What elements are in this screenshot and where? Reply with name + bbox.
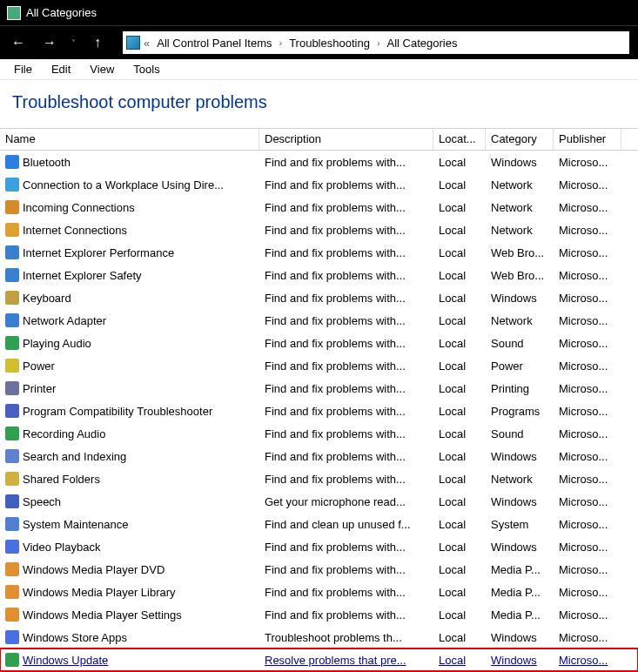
breadcrumb-seg-2[interactable]: All Categories (384, 36, 461, 50)
row-name[interactable]: Bluetooth (23, 156, 71, 169)
breadcrumb-sep-icon: › (375, 37, 382, 48)
row-name[interactable]: Windows Media Player Settings (23, 608, 182, 622)
table-row[interactable]: Internet Explorer SafetyFind and fix pro… (0, 264, 638, 286)
troubleshooter-icon (5, 404, 19, 418)
row-location: Local (433, 652, 486, 669)
row-category: Windows (486, 629, 554, 646)
table-row[interactable]: PrinterFind and fix problems with...Loca… (0, 377, 638, 400)
table-row[interactable]: Connection to a Workplace Using Dire...F… (0, 173, 638, 196)
table-row[interactable]: Windows UpdateResolve problems that pre.… (0, 648, 638, 671)
row-name[interactable]: Speech (23, 495, 61, 508)
column-header-name[interactable]: Name (0, 129, 259, 150)
row-location: Local (433, 358, 486, 374)
address-bar[interactable]: « All Control Panel Items › Troubleshoot… (123, 31, 629, 54)
row-name[interactable]: System Maintenance (23, 518, 128, 531)
row-location: Local (433, 516, 486, 533)
row-description: Find and fix problems with... (259, 539, 433, 555)
table-row[interactable]: BluetoothFind and fix problems with...Lo… (0, 151, 638, 173)
back-button[interactable]: ← (9, 33, 28, 52)
forward-button[interactable]: → (40, 33, 59, 52)
menu-bar: File Edit View Tools (0, 59, 638, 80)
table-row[interactable]: PowerFind and fix problems with...LocalP… (0, 354, 638, 377)
row-name[interactable]: Incoming Connections (23, 201, 135, 214)
row-name[interactable]: Program Compatibility Troubleshooter (23, 405, 212, 418)
row-location: Local (433, 471, 486, 487)
table-row[interactable]: Shared FoldersFind and fix problems with… (0, 467, 638, 490)
table-row[interactable]: Network AdapterFind and fix problems wit… (0, 309, 638, 332)
row-category: Media P... (486, 584, 554, 601)
row-name[interactable]: Recording Audio (23, 427, 105, 440)
row-location: Local (433, 245, 486, 261)
troubleshooter-icon (5, 427, 19, 440)
row-category: Windows (486, 494, 554, 510)
row-description: Find and fix problems with... (259, 177, 433, 193)
column-header-publisher[interactable]: Publisher (554, 129, 621, 150)
table-row[interactable]: Playing AudioFind and fix problems with.… (0, 332, 638, 354)
table-row[interactable]: Incoming ConnectionsFind and fix problem… (0, 196, 638, 218)
table-row[interactable]: Windows Media Player LibraryFind and fix… (0, 581, 638, 603)
row-category: Network (486, 312, 554, 329)
title-bar: All Categories (0, 0, 638, 26)
table-row[interactable]: Windows Media Player DVDFind and fix pro… (0, 558, 638, 581)
row-name[interactable]: Connection to a Workplace Using Dire... (23, 178, 224, 192)
row-category: Windows (486, 539, 554, 555)
row-name[interactable]: Windows Media Player Library (23, 586, 176, 599)
row-location: Local (433, 222, 486, 239)
row-name[interactable]: Network Adapter (23, 314, 106, 327)
breadcrumb-seg-0[interactable]: All Control Panel Items (153, 36, 275, 50)
column-header-description[interactable]: Description (259, 129, 433, 150)
row-category: Windows (486, 290, 554, 306)
row-publisher: Microso... (554, 652, 621, 669)
breadcrumb-sep-icon: › (277, 37, 284, 48)
troubleshooter-icon (5, 245, 19, 259)
row-publisher: Microso... (554, 358, 621, 374)
row-name[interactable]: Shared Folders (23, 473, 100, 486)
menu-view[interactable]: View (83, 61, 121, 77)
row-location: Local (433, 584, 486, 601)
table-row[interactable]: Video PlaybackFind and fix problems with… (0, 535, 638, 558)
up-button[interactable]: ↑ (88, 33, 107, 52)
row-name[interactable]: Search and Indexing (23, 450, 126, 463)
breadcrumb-seg-1[interactable]: Troubleshooting (285, 36, 373, 50)
menu-tools[interactable]: Tools (126, 61, 166, 77)
table-row[interactable]: System MaintenanceFind and clean up unus… (0, 513, 638, 535)
row-category: Windows (486, 652, 554, 669)
row-name[interactable]: Windows Media Player DVD (23, 563, 165, 576)
table-row[interactable]: Program Compatibility TroubleshooterFind… (0, 400, 638, 422)
row-name[interactable]: Keyboard (23, 292, 71, 305)
table-row[interactable]: Search and IndexingFind and fix problems… (0, 445, 638, 467)
row-name[interactable]: Playing Audio (23, 337, 91, 350)
troubleshooter-icon (5, 291, 19, 305)
row-name[interactable]: Windows Store Apps (23, 631, 127, 644)
menu-edit[interactable]: Edit (44, 61, 77, 77)
menu-file[interactable]: File (7, 61, 39, 77)
table-row[interactable]: Internet Explorer PerformanceFind and fi… (0, 241, 638, 264)
row-description: Troubleshoot problems th... (259, 629, 433, 646)
troubleshooter-icon (5, 585, 19, 599)
table-row[interactable]: Internet ConnectionsFind and fix problem… (0, 218, 638, 241)
row-category: Network (486, 471, 554, 487)
history-chevron-icon[interactable]: ˅ (71, 38, 76, 48)
column-header-location[interactable]: Locat... (433, 129, 486, 150)
table-row[interactable]: Recording AudioFind and fix problems wit… (0, 422, 638, 445)
row-name[interactable]: Internet Explorer Performance (23, 246, 174, 259)
troubleshooter-icon (5, 562, 19, 576)
row-name[interactable]: Windows Update (23, 654, 108, 667)
row-name[interactable]: Video Playback (23, 541, 100, 554)
table-row[interactable]: Windows Media Player SettingsFind and fi… (0, 603, 638, 626)
row-location: Local (433, 629, 486, 646)
row-name[interactable]: Internet Connections (23, 224, 127, 237)
troubleshooter-icon (5, 494, 19, 508)
table-row[interactable]: KeyboardFind and fix problems with...Loc… (0, 286, 638, 309)
row-name[interactable]: Printer (23, 382, 56, 395)
row-name[interactable]: Internet Explorer Safety (23, 269, 142, 282)
troubleshooter-icon (5, 381, 19, 395)
table-row[interactable]: Windows Store AppsTroubleshoot problems … (0, 626, 638, 648)
table-row[interactable]: SpeechGet your microphone read...LocalWi… (0, 490, 638, 513)
row-publisher: Microso... (554, 335, 621, 352)
troubleshooter-icon (5, 540, 19, 554)
column-header-category[interactable]: Category (486, 129, 554, 150)
row-publisher: Microso... (554, 199, 621, 216)
row-name[interactable]: Power (23, 360, 55, 373)
troubleshooter-icon (5, 223, 19, 237)
